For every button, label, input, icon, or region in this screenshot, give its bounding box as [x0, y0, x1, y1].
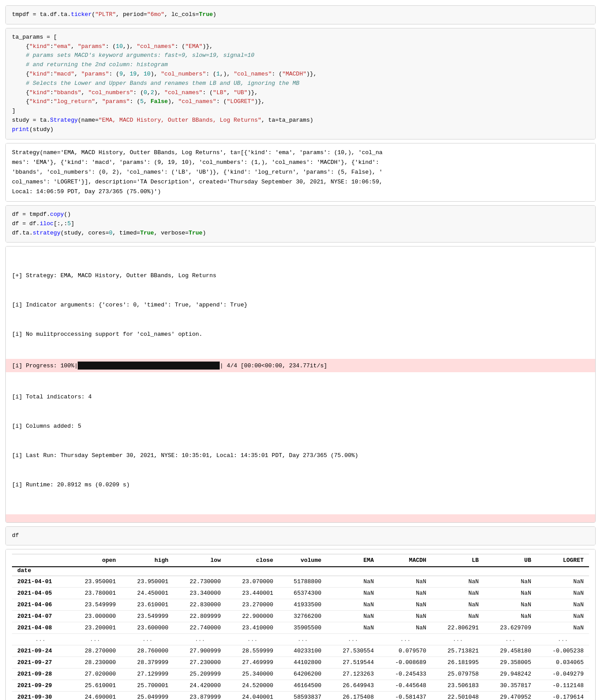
- cell-3: Strategy(name='EMA, MACD History, Outter…: [5, 143, 596, 202]
- cell-2: ta_params = [ {"kind":"ema", "params": (…: [5, 28, 596, 139]
- table-row: 2021-04-0523.78000124.45000123.34000023.…: [12, 587, 589, 599]
- output-line-7: [i] Last Run: Thursday September 30, 202…: [12, 451, 589, 461]
- col-header-low: low: [174, 554, 226, 567]
- output-lines: [+] Strategy: EMA, MACD History, Outter …: [6, 247, 595, 359]
- col-header-logret: LOGRET: [537, 554, 589, 567]
- col-header-open: open: [69, 554, 121, 567]
- table-header-row: open high low close volume EMA MACDH LB …: [12, 554, 589, 567]
- table-row: 2021-09-2428.27000028.76000027.90099928.…: [12, 645, 589, 656]
- col-header-empty: [12, 554, 69, 567]
- table-row: 2021-09-3024.69000125.04999923.87999924.…: [12, 691, 589, 700]
- output-line-1: [+] Strategy: EMA, MACD History, Outter …: [12, 271, 589, 281]
- cell-2-code: ta_params = [ {"kind":"ema", "params": (…: [6, 28, 595, 139]
- cell-4-output: [+] Strategy: EMA, MACD History, Outter …: [5, 246, 596, 522]
- col-header-ub: UB: [484, 554, 537, 567]
- pink-spacer: [6, 514, 595, 522]
- table-row: 2021-04-0623.54999923.61000122.83000023.…: [12, 599, 589, 610]
- cell-3-output: Strategy(name='EMA, MACD History, Outter…: [6, 143, 595, 201]
- col-header-ema: EMA: [327, 554, 379, 567]
- progress-bar: [78, 362, 220, 370]
- col-header-macdh: MACDH: [379, 554, 431, 567]
- subheader-date: date: [12, 567, 69, 576]
- table-body: 2021-04-0123.95000123.95000122.73000023.…: [12, 576, 589, 700]
- table-container: open high low close volume EMA MACDH LB …: [6, 549, 595, 700]
- output-line-3: [i] No mulitproccessing support for 'col…: [12, 330, 589, 339]
- progress-row: [i] Progress: 100%| | 4/4 [00:00<00:00, …: [6, 359, 595, 372]
- cell-5: df: [5, 526, 596, 545]
- table-row: 2021-04-0823.20000123.60000022.74000023.…: [12, 622, 589, 633]
- func-ticker: ticker: [71, 11, 92, 18]
- output-bottom-lines: [i] Total indicators: 4 [i] Columns adde…: [6, 372, 595, 514]
- code-text: tmpdf = ta.df.ta.: [12, 11, 71, 18]
- progress-label: [i] Progress: 100%|: [12, 362, 78, 369]
- table-row: 2021-04-0123.95000123.95000122.73000023.…: [12, 576, 589, 587]
- table-row: .................................: [12, 633, 589, 645]
- table-row: 2021-09-2728.23000028.37999927.23000027.…: [12, 656, 589, 668]
- output-line-2: [i] Indicator arguments: {'cores': 0, 't…: [12, 300, 589, 310]
- progress-end: | 4/4 [00:00<00:00, 234.77it/s]: [220, 362, 327, 369]
- col-header-volume: volume: [279, 554, 327, 567]
- output-line-5: [i] Total indicators: 4: [12, 392, 589, 402]
- cell-4-code: df = tmpdf.copy() df = df.iloc[:,:5] df.…: [6, 206, 595, 242]
- table-row: 2021-09-2925.61000125.70000124.42000024.…: [12, 680, 589, 691]
- cell-6-table: open high low close volume EMA MACDH LB …: [5, 549, 596, 700]
- col-header-lb: LB: [431, 554, 484, 567]
- table-row: 2021-09-2827.02000027.12999925.20999925.…: [12, 668, 589, 680]
- col-header-high: high: [121, 554, 174, 567]
- output-line-6: [i] Columns added: 5: [12, 422, 589, 431]
- table-row: 2021-04-0723.00000023.54999922.80999922.…: [12, 610, 589, 622]
- col-header-close: close: [226, 554, 278, 567]
- cell-1-code: tmpdf = ta.df.ta.ticker("PLTR", period="…: [6, 6, 595, 24]
- output-line-8: [i] Runtime: 20.8912 ms (0.0209 s): [12, 480, 589, 490]
- cell-5-code: df: [6, 527, 595, 545]
- cell-4: df = tmpdf.copy() df = df.iloc[:,:5] df.…: [5, 205, 596, 243]
- cell-1: tmpdf = ta.df.ta.ticker("PLTR", period="…: [5, 5, 596, 24]
- dataframe-table: open high low close volume EMA MACDH LB …: [12, 554, 589, 700]
- table-subheader-row: date: [12, 567, 589, 576]
